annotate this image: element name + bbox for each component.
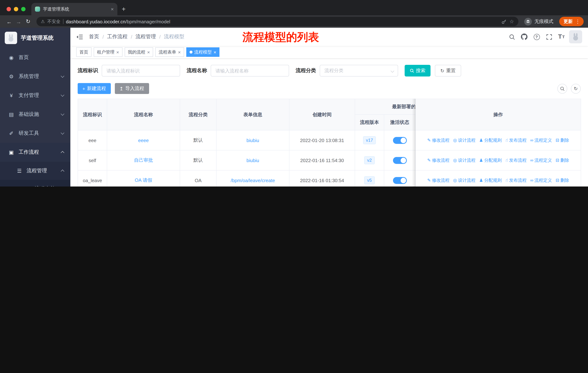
app-logo: 芋道管理系统 bbox=[0, 28, 70, 48]
col-header-created: 创建时间 bbox=[289, 99, 355, 130]
font-size-icon[interactable]: TT bbox=[557, 32, 566, 41]
table-wrap: 流程标识 流程名称 流程分类 表单信息 创建时间 最新部署的流程定义 操作 bbox=[78, 99, 581, 186]
create-process-button[interactable]: + 新建流程 bbox=[78, 83, 111, 94]
chevron-down-icon bbox=[61, 131, 64, 135]
op-edit-link[interactable]: ✎修改流程 bbox=[427, 157, 450, 163]
op-publish-link[interactable]: ☝发布流程 bbox=[505, 157, 526, 163]
process-name-link[interactable]: OA 请假 bbox=[135, 177, 152, 183]
process-name-link[interactable]: eeee bbox=[138, 138, 149, 143]
op-design-link[interactable]: ◎设计流程 bbox=[453, 137, 475, 143]
sidebar-item-home[interactable]: ◉首页 bbox=[0, 48, 70, 67]
cell-active bbox=[384, 150, 415, 170]
close-icon[interactable]: × bbox=[214, 49, 216, 55]
cell-process-name: eeee bbox=[107, 130, 180, 150]
github-icon[interactable] bbox=[519, 32, 529, 41]
sidebar-item-devtools[interactable]: ✐研发工具 bbox=[0, 124, 70, 143]
process-name-input[interactable] bbox=[211, 65, 289, 77]
minimize-window-button[interactable] bbox=[14, 7, 18, 11]
sidebar-item-payment[interactable]: ¥支付管理 bbox=[0, 86, 70, 105]
url-field[interactable]: ⚠ 不安全 dashboard.yudao.iocoder.cn/bpm/man… bbox=[36, 17, 518, 26]
form-link[interactable]: biubiu bbox=[246, 138, 259, 143]
cell-version: v17 bbox=[355, 130, 384, 150]
breadcrumb-item[interactable]: 首页 bbox=[89, 33, 99, 40]
col-header-name: 流程名称 bbox=[107, 99, 180, 130]
sidebar-item-process-form[interactable]: ▤流程表单 bbox=[0, 180, 70, 186]
close-icon[interactable]: × bbox=[116, 49, 119, 55]
update-label: 更新 bbox=[564, 18, 573, 25]
password-key-icon[interactable] bbox=[501, 19, 507, 24]
fullscreen-icon[interactable] bbox=[544, 32, 554, 41]
new-tab-button[interactable]: + bbox=[122, 6, 126, 12]
yen-icon: ¥ bbox=[8, 92, 15, 98]
op-assign-link[interactable]: ♟分配规则 bbox=[479, 157, 502, 163]
search-button[interactable]: 搜索 bbox=[405, 65, 430, 77]
cell-created-time: 2022-01-16 01:30:54 bbox=[289, 170, 355, 186]
avatar[interactable] bbox=[569, 30, 582, 43]
browser-tab[interactable]: 芋道管理系统 × bbox=[31, 3, 117, 15]
breadcrumb-item[interactable]: 工作流程 bbox=[107, 33, 128, 40]
filter-name-label: 流程名称 bbox=[187, 67, 207, 74]
form-link[interactable]: /bpm/oa/leave/create bbox=[231, 178, 275, 183]
bookmark-star-icon[interactable]: ☆ bbox=[509, 19, 514, 24]
op-edit-link[interactable]: ✎修改流程 bbox=[427, 137, 450, 143]
tab-home[interactable]: 首页 bbox=[76, 47, 92, 57]
toolbar-right: ↻ bbox=[557, 84, 581, 93]
op-delete-link[interactable]: ⊟删除 bbox=[556, 157, 569, 163]
close-window-button[interactable] bbox=[7, 7, 11, 11]
tab-tenant[interactable]: 租户管理× bbox=[94, 47, 122, 57]
op-label: 设计流程 bbox=[458, 137, 475, 143]
forward-icon[interactable]: → bbox=[14, 18, 23, 25]
zoom-window-button[interactable] bbox=[21, 7, 26, 11]
sidebar-item-workflow[interactable]: ▣工作流程 bbox=[0, 143, 70, 162]
process-name-link[interactable]: 自己审批 bbox=[134, 157, 153, 163]
cell-active bbox=[384, 170, 415, 186]
security-label: 不安全 bbox=[47, 18, 61, 25]
tab-process-model[interactable]: 流程模型× bbox=[186, 47, 220, 57]
update-button[interactable]: 更新 ⋮ bbox=[559, 17, 584, 26]
cell-process-name: OA 请假 bbox=[107, 170, 180, 186]
back-icon[interactable]: ← bbox=[4, 18, 14, 25]
reset-button[interactable]: ↻ 重置 bbox=[435, 65, 461, 77]
sidebar-collapse-icon[interactable] bbox=[76, 33, 83, 40]
cell-process-id: self bbox=[78, 150, 107, 170]
reload-icon[interactable]: ↻ bbox=[23, 18, 33, 25]
close-icon[interactable]: × bbox=[147, 49, 150, 55]
search-icon[interactable] bbox=[507, 32, 516, 41]
tab-my-process[interactable]: 我的流程× bbox=[125, 47, 153, 57]
op-definition-link[interactable]: ∞流程定义 bbox=[530, 157, 552, 163]
op-design-link[interactable]: ◎设计流程 bbox=[453, 177, 475, 183]
activation-toggle[interactable] bbox=[393, 177, 407, 184]
sidebar-item-infra[interactable]: ▤基础设施 bbox=[0, 105, 70, 124]
activation-toggle[interactable] bbox=[393, 137, 407, 144]
table-row: self自己审批默认biubiu2022-01-16 11:54:30v2✎修改… bbox=[78, 150, 581, 170]
browser-menu-icon[interactable]: ⋮ bbox=[575, 19, 580, 24]
op-edit-link[interactable]: ✎修改流程 bbox=[427, 177, 450, 183]
op-publish-link[interactable]: ☝发布流程 bbox=[505, 177, 526, 183]
form-link[interactable]: biubiu bbox=[246, 158, 259, 163]
process-id-input[interactable] bbox=[102, 65, 180, 77]
tab-close-icon[interactable]: × bbox=[111, 6, 114, 12]
op-delete-link[interactable]: ⊟删除 bbox=[556, 177, 569, 183]
activation-toggle[interactable] bbox=[393, 157, 407, 164]
op-assign-link[interactable]: ♟分配规则 bbox=[479, 177, 502, 183]
op-assign-link[interactable]: ♟分配规则 bbox=[479, 137, 502, 143]
breadcrumb-item[interactable]: 流程管理 bbox=[136, 33, 156, 40]
help-icon[interactable]: ? bbox=[532, 32, 541, 41]
op-definition-link[interactable]: ∞流程定义 bbox=[530, 177, 552, 183]
sidebar-item-process-management[interactable]: ☰流程管理 bbox=[0, 162, 70, 180]
sidebar-item-system[interactable]: ⚙系统管理 bbox=[0, 67, 70, 86]
op-definition-link[interactable]: ∞流程定义 bbox=[530, 137, 552, 143]
category-select[interactable]: 流程分类 bbox=[320, 65, 398, 77]
toggle-search-button[interactable] bbox=[557, 84, 567, 93]
op-design-link[interactable]: ◎设计流程 bbox=[453, 157, 475, 163]
op-publish-link[interactable]: ☝发布流程 bbox=[505, 137, 526, 143]
tab-label: 租户管理 bbox=[97, 49, 115, 55]
op-label: 流程定义 bbox=[535, 137, 552, 143]
refresh-table-button[interactable]: ↻ bbox=[571, 84, 581, 93]
op-delete-link[interactable]: ⊟删除 bbox=[556, 137, 569, 143]
import-process-button[interactable]: ↥ 导入流程 bbox=[115, 83, 149, 94]
close-icon[interactable]: × bbox=[178, 49, 181, 55]
delete-icon: ⊟ bbox=[556, 158, 559, 163]
tab-process-form[interactable]: 流程表单× bbox=[155, 47, 184, 57]
publish-icon: ☝ bbox=[505, 138, 508, 143]
